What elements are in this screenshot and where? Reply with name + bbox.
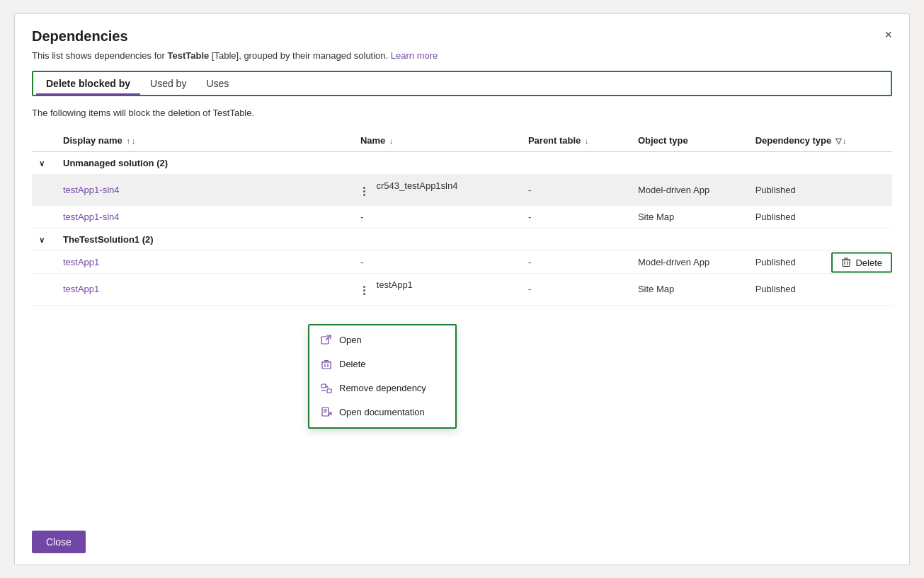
svg-rect-1: [844, 258, 848, 259]
row2-object-type: Site Map: [631, 206, 748, 229]
delete-btn-icon: [841, 258, 851, 267]
menu-item-open-documentation[interactable]: Open documentation: [309, 400, 455, 424]
subtitle-bold: TestTable: [167, 50, 209, 61]
remove-dep-icon: [321, 383, 332, 394]
row2-name: -: [353, 206, 521, 229]
th-object-type: Object type: [631, 129, 748, 152]
name-sort-icon[interactable]: ↓: [389, 137, 394, 145]
dialog-footer: Close: [32, 531, 892, 553]
group-row-unmanaged: ∨ Unmanaged solution (2): [32, 151, 892, 174]
row3-dependency-type: Published Delete: [748, 251, 892, 274]
table-row: testApp1 testApp1 - Site Map Published: [32, 274, 892, 306]
row1-name: cr543_testApp1sln4: [353, 174, 521, 206]
group-expand-testsolution1[interactable]: ∨: [32, 229, 56, 251]
parent-sort-icon[interactable]: ↓: [585, 137, 589, 145]
delete-btn-label: Delete: [855, 257, 882, 267]
table-header-row: Display name ↑↓ Name ↓ Parent table ↓ Ob…: [32, 129, 892, 152]
th-parent-table[interactable]: Parent table ↓: [521, 129, 631, 152]
dependencies-dialog: Dependencies × This list shows dependenc…: [14, 13, 910, 565]
menu-item-remove-dependency[interactable]: Remove dependency: [309, 376, 455, 400]
row1-expand: [32, 174, 56, 206]
th-display-name[interactable]: Display name ↑↓: [56, 129, 353, 152]
row1-display-name: testApp1-sln4: [56, 174, 353, 206]
dep-filter-icon[interactable]: ▽: [835, 137, 841, 145]
svg-rect-15: [322, 408, 329, 416]
dialog-title: Dependencies: [32, 28, 128, 45]
delete-button[interactable]: Delete: [831, 252, 892, 272]
svg-rect-5: [321, 337, 329, 344]
dialog-subtitle: This list shows dependencies for TestTab…: [32, 50, 892, 61]
dep-sort-icon[interactable]: ↓: [843, 137, 847, 145]
close-button[interactable]: Close: [32, 531, 86, 553]
row1-dependency-type: Published: [748, 174, 892, 206]
tabs-container: Delete blocked by Used by Uses: [32, 71, 892, 96]
menu-open-doc-label: Open documentation: [339, 407, 425, 417]
sort-asc-icon[interactable]: ↑: [126, 137, 130, 145]
svg-rect-2: [843, 260, 850, 267]
open-icon: [321, 335, 332, 346]
subtitle-prefix: This list shows dependencies for: [32, 50, 167, 61]
tab-delete-blocked-by[interactable]: Delete blocked by: [36, 74, 140, 93]
row4-expand: [32, 274, 56, 306]
tab-used-by[interactable]: Used by: [140, 74, 196, 93]
dialog-header: Dependencies ×: [32, 28, 892, 45]
svg-rect-13: [327, 389, 331, 393]
row2-expand: [32, 206, 56, 229]
row3-object-type: Model-driven App: [631, 251, 748, 274]
menu-item-delete[interactable]: Delete: [309, 352, 455, 376]
table-row: testApp1-sln4 cr543_testApp1sln4 - Model…: [32, 174, 892, 206]
svg-rect-12: [321, 384, 326, 388]
open-doc-icon: [321, 407, 332, 418]
table-row: testApp1-sln4 - - Site Map Published: [32, 206, 892, 229]
row4-object-type: Site Map: [631, 274, 748, 306]
row2-parent-table: -: [521, 206, 631, 229]
context-menu: Open Delete: [308, 324, 457, 429]
row2-display-name: testApp1-sln4: [56, 206, 353, 229]
row3-display-name: testApp1: [56, 251, 353, 274]
sort-desc-icon[interactable]: ↓: [132, 137, 136, 145]
learn-more-link[interactable]: Learn more: [391, 50, 438, 61]
group-expand-unmanaged[interactable]: ∨: [32, 151, 56, 174]
row1-dots-button[interactable]: [360, 183, 368, 200]
row1-parent-table: -: [521, 174, 631, 206]
group-row-testsolution1: ∨ TheTestSolution1 (2): [32, 229, 892, 251]
svg-rect-9: [322, 362, 331, 369]
chevron-down-icon[interactable]: ∨: [39, 236, 45, 244]
dependencies-table: Display name ↑↓ Name ↓ Parent table ↓ Ob…: [32, 129, 892, 306]
row4-dependency-type: Published: [748, 274, 892, 306]
delete-icon: [321, 359, 332, 370]
menu-delete-label: Delete: [339, 359, 366, 369]
th-name[interactable]: Name ↓: [353, 129, 521, 152]
row4-display-name: testApp1: [56, 274, 353, 306]
row1-object-type: Model-driven App: [631, 174, 748, 206]
th-expand: [32, 129, 56, 152]
row4-dots-button[interactable]: [360, 282, 368, 299]
row2-dependency-type: Published: [748, 206, 892, 229]
description-text: The following items will block the delet…: [32, 108, 892, 118]
row3-name: -: [353, 251, 521, 274]
row1-display-link[interactable]: testApp1-sln4: [63, 185, 120, 195]
row3-expand: [32, 251, 56, 274]
menu-item-open[interactable]: Open: [309, 328, 455, 352]
row4-parent-table: -: [521, 274, 631, 306]
tab-uses[interactable]: Uses: [196, 74, 239, 93]
chevron-down-icon[interactable]: ∨: [39, 159, 45, 168]
svg-rect-8: [324, 360, 329, 361]
menu-open-label: Open: [339, 335, 362, 345]
row3-parent-table: -: [521, 251, 631, 274]
subtitle-suffix: [Table], grouped by their managed soluti…: [209, 50, 388, 61]
table-row: testApp1 - - Model-driven App Published: [32, 251, 892, 274]
row4-name: testApp1: [353, 274, 521, 306]
row4-display-link[interactable]: testApp1: [63, 284, 99, 294]
th-dependency-type[interactable]: Dependency type ▽↓: [748, 129, 892, 152]
group-label-unmanaged: Unmanaged solution (2): [56, 151, 892, 174]
row3-display-link[interactable]: testApp1: [63, 257, 99, 267]
close-icon[interactable]: ×: [884, 28, 892, 41]
row2-display-link[interactable]: testApp1-sln4: [63, 212, 120, 222]
group-label-testsolution1: TheTestSolution1 (2): [56, 229, 892, 251]
table-container: Display name ↑↓ Name ↓ Parent table ↓ Ob…: [32, 129, 892, 519]
menu-remove-dep-label: Remove dependency: [339, 383, 426, 393]
